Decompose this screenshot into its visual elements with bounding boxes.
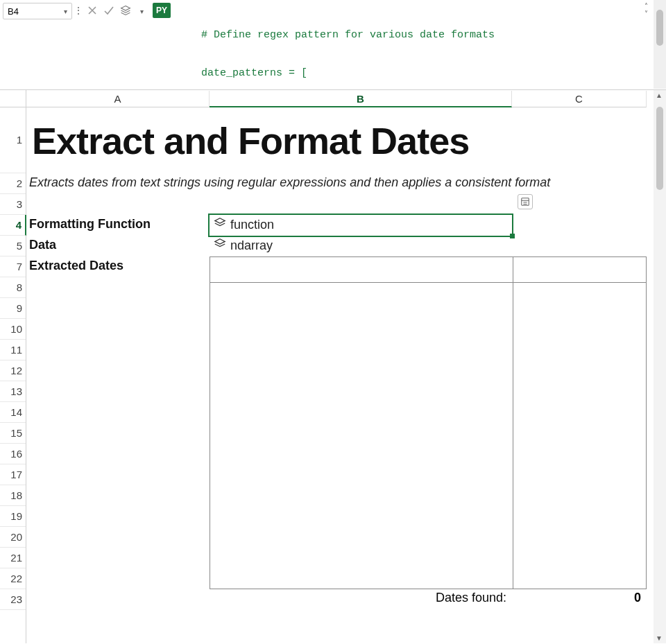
row-header-active[interactable]: 4	[0, 215, 26, 236]
cancel-formula-button[interactable]	[85, 3, 100, 18]
cell-b4-value: function	[230, 218, 274, 232]
row-header[interactable]: 5	[0, 236, 26, 256]
page-subtitle: Extracts dates from text strings using r…	[26, 173, 654, 194]
code-line: date_patterns = [	[201, 66, 634, 80]
label-formatting-function: Formatting Function	[26, 215, 210, 236]
row-header[interactable]: 17	[0, 464, 26, 485]
vertical-scrollbar[interactable]: ▲ ▼	[654, 90, 666, 643]
cell-b4[interactable]: function	[210, 215, 512, 236]
formula-editor[interactable]: # Define regex pattern for various date …	[173, 0, 640, 89]
formula-bar: B4 ▾ ⋮ ▾ PY # Define regex pattern for v…	[0, 0, 666, 90]
formula-bar-expand-toggle[interactable]: ˄ ˅	[640, 0, 652, 19]
page-title: Extract and Format Dates	[26, 107, 654, 173]
dates-found-value: 0	[512, 591, 647, 611]
extracted-dates-table[interactable]	[210, 256, 647, 589]
row-header[interactable]: 11	[0, 340, 26, 360]
row-header[interactable]: 16	[0, 444, 26, 464]
x-icon	[87, 5, 98, 16]
resize-handle-icon[interactable]: ⋮	[74, 6, 83, 15]
label-extracted-dates: Extracted Dates	[26, 256, 210, 277]
row-4[interactable]: Formatting Function function	[26, 215, 654, 236]
row-header[interactable]: 20	[0, 527, 26, 548]
row-header[interactable]: 22	[0, 568, 26, 589]
layers-icon	[214, 217, 226, 233]
scrollbar-thumb[interactable]	[656, 10, 663, 46]
layers-icon	[120, 5, 131, 16]
column-header-b[interactable]: B	[210, 91, 512, 107]
check-icon	[103, 5, 114, 16]
row-header[interactable]: 14	[0, 402, 26, 423]
column-header-a[interactable]: A	[26, 91, 210, 107]
python-output-mode-button[interactable]	[118, 3, 133, 18]
row-header[interactable]: 23	[0, 589, 26, 610]
formula-scrollbar[interactable]	[654, 0, 666, 89]
row-23[interactable]: Dates found: 0	[26, 591, 647, 611]
row-header[interactable]: 2	[0, 173, 26, 194]
name-box[interactable]: B4 ▾	[3, 3, 72, 19]
row-header[interactable]: 3	[0, 194, 26, 215]
cell-grid[interactable]: Extract and Format Dates Extracts dates …	[26, 90, 654, 643]
cell-b5[interactable]: ndarray	[210, 236, 512, 256]
layers-icon	[214, 238, 226, 254]
chevron-down-icon: ▾	[64, 8, 67, 15]
output-mode-dropdown[interactable]: ▾	[135, 4, 148, 18]
name-box-value: B4	[8, 6, 19, 17]
select-all-corner[interactable]	[0, 91, 26, 107]
accept-formula-button[interactable]	[101, 3, 117, 18]
code-line: # Define regex pattern for various date …	[201, 28, 634, 42]
row-header[interactable]: 1	[0, 107, 26, 173]
dates-found-label: Dates found:	[26, 591, 512, 611]
row-header[interactable]	[0, 610, 26, 618]
row-header[interactable]: 15	[0, 423, 26, 444]
table-header-divider	[210, 282, 646, 283]
row-header[interactable]: 13	[0, 381, 26, 402]
row-header[interactable]: 18	[0, 485, 26, 506]
row-header[interactable]: 21	[0, 548, 26, 568]
column-header-c[interactable]: C	[512, 91, 647, 107]
row-3[interactable]	[26, 194, 654, 215]
scroll-down-icon[interactable]: ▼	[656, 634, 663, 642]
row-header[interactable]: 12	[0, 360, 26, 381]
row-header[interactable]: 19	[0, 506, 26, 527]
row-header[interactable]: 8	[0, 277, 26, 298]
chevron-up-icon: ˄	[644, 2, 648, 10]
row-headers: 1 2 3 4 5 7 8 9 10 11 12 13 14 15 16 17 …	[0, 90, 26, 643]
scroll-up-icon[interactable]: ▲	[656, 92, 663, 99]
row-header[interactable]: 7	[0, 256, 26, 277]
chevron-down-icon: ˅	[644, 10, 648, 17]
cell-b5-value: ndarray	[230, 238, 273, 253]
python-badge: PY	[153, 3, 171, 18]
table-column-divider	[513, 257, 513, 589]
scrollbar-thumb[interactable]	[656, 107, 663, 190]
label-data: Data	[26, 236, 210, 256]
column-headers: A B C	[26, 91, 654, 107]
row-5[interactable]: Data ndarray	[26, 236, 654, 256]
row-header[interactable]: 9	[0, 298, 26, 319]
row-header[interactable]: 10	[0, 319, 26, 340]
